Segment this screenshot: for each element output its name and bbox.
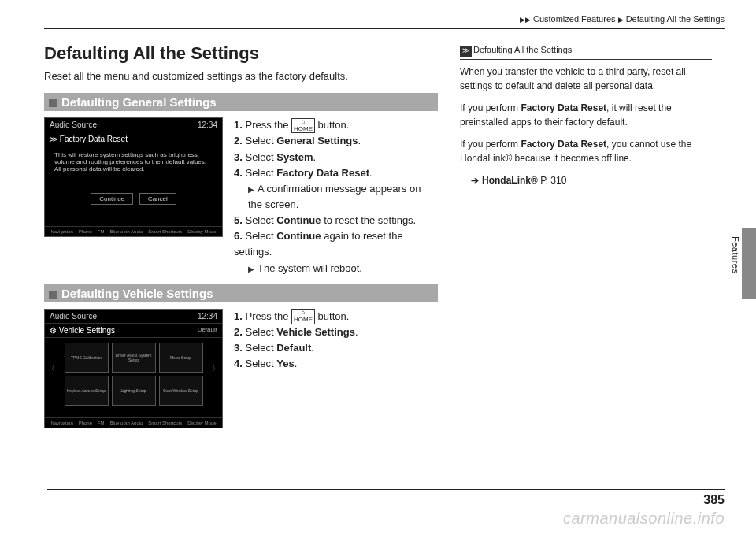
scr-time: 12:34 [198, 121, 217, 129]
scr-title-text: Vehicle Settings [59, 326, 115, 335]
sidebox-title: Defaulting All the Settings [473, 45, 572, 54]
section-heading-vehicle: Defaulting Vehicle Settings [44, 284, 438, 302]
scr-default-label: Default [198, 326, 217, 335]
link-arrow-icon: ➔ [471, 175, 479, 186]
scr-continue-button: Continue [91, 193, 133, 205]
section-tab-label: Features [731, 236, 740, 273]
section-heading-general: Defaulting General Settings [44, 93, 438, 111]
scr-title-text: Factory Data Reset [60, 135, 128, 143]
cross-reference-link: ➔HondaLink® P. 310 [460, 173, 712, 187]
scr-audio-label: Audio Source [50, 121, 97, 129]
page-title: Defaulting All the Settings [44, 43, 438, 64]
scr-left-arrow-icon: 〈 [47, 363, 55, 374]
page-number: 385 [47, 489, 724, 507]
scr-right-arrow-icon: 〉 [212, 363, 220, 374]
sidebox-p1: When you transfer the vehicle to a third… [460, 65, 712, 93]
home-button-icon: ⌂HOME [291, 309, 315, 324]
screenshot-vehicle-settings: Audio Source 12:34 ⚙ Vehicle Settings De… [44, 309, 223, 428]
scr-bottom-nav: Navigation Phone FM Bluetooth Audio Smar… [45, 226, 222, 236]
square-bullet-icon [49, 99, 57, 107]
scr-gear-icon: ⚙ [50, 326, 57, 335]
scr-tile: Keyless Access Setup [65, 376, 109, 406]
breadcrumb-level2: Defaulting All the Settings [626, 14, 724, 24]
steps-vehicle: 1. Press the ⌂HOME button. 2. Select Veh… [234, 309, 358, 428]
breadcrumb-level1: Customized Features [533, 14, 616, 24]
scr-bottom-nav: Navigation Phone FM Bluetooth Audio Smar… [45, 417, 222, 428]
section-tab [742, 228, 756, 299]
scr-title-prefix-icon: ≫ [50, 135, 57, 143]
steps-general: 1. Press the ⌂HOME button. 2. Select Gen… [234, 117, 438, 276]
scr-audio-label: Audio Source [50, 312, 97, 321]
scr-tile: Door/Window Setup [159, 376, 203, 406]
scr-body-text: This will restore system settings such a… [45, 146, 222, 177]
home-button-icon: ⌂HOME [291, 118, 315, 134]
triangle-bullet-icon: ▶ [248, 185, 254, 194]
breadcrumb-arrow-icon: ▶▶ [520, 16, 531, 24]
screenshot-factory-reset: Audio Source 12:34 ≫ Factory Data Reset … [44, 117, 223, 237]
breadcrumb: ▶▶ Customized Features ▶ Defaulting All … [44, 14, 724, 29]
intro-text: Reset all the menu and customized settin… [44, 70, 438, 82]
sidebox-p2: If you perform Factory Data Reset, it wi… [460, 101, 712, 129]
square-bullet-icon [49, 291, 57, 299]
breadcrumb-arrow-icon: ▶ [618, 16, 624, 24]
triangle-bullet-icon: ▶ [248, 265, 254, 273]
sidebox-p3: If you perform Factory Data Reset, you c… [460, 137, 712, 165]
scr-time: 12:34 [198, 312, 217, 321]
scr-cancel-button: Cancel [139, 193, 176, 205]
watermark: carmanualsonline.info [563, 510, 724, 528]
info-icon: ≫ [460, 46, 472, 57]
scr-tile: Lighting Setup [112, 376, 156, 406]
info-sidebox: ≫Defaulting All the Settings When you tr… [460, 43, 712, 436]
